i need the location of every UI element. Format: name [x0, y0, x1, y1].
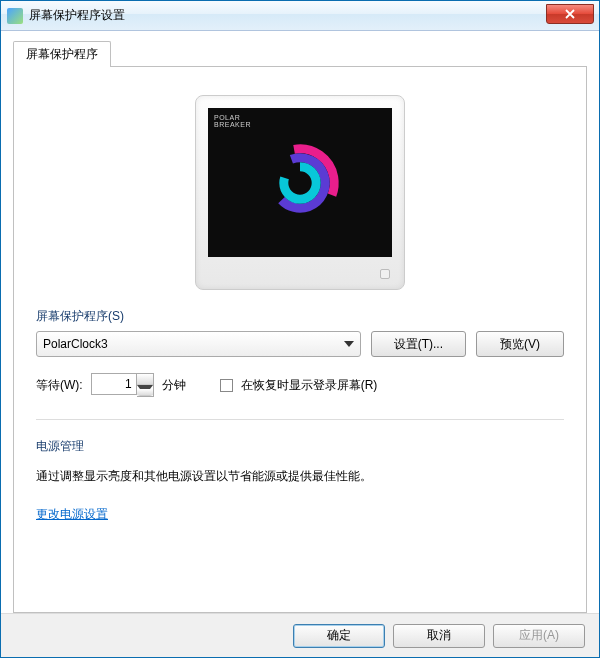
client-area: 屏幕保护程序 POLAR BREAKER 屏幕保护程 — [1, 31, 599, 613]
tab-screensaver[interactable]: 屏幕保护程序 — [13, 41, 111, 67]
wait-unit: 分钟 — [162, 377, 186, 394]
wait-spinner — [91, 373, 154, 397]
svg-point-2 — [284, 166, 316, 198]
apply-button[interactable]: 应用(A) — [493, 624, 585, 648]
tab-label: 屏幕保护程序 — [26, 47, 98, 61]
preview-area: POLAR BREAKER — [36, 95, 564, 290]
dialog-button-bar: 确定 取消 应用(A) — [1, 613, 599, 657]
ok-button[interactable]: 确定 — [293, 624, 385, 648]
ok-button-label: 确定 — [327, 627, 351, 644]
preview-screen: POLAR BREAKER — [208, 108, 392, 257]
screensaver-row: PolarClock3 设置(T)... 预览(V) — [36, 331, 564, 357]
cancel-button[interactable]: 取消 — [393, 624, 485, 648]
dropdown-value: PolarClock3 — [43, 337, 108, 351]
settings-button-label: 设置(T)... — [394, 336, 443, 353]
triangle-down-icon — [137, 385, 153, 396]
power-settings-link[interactable]: 更改电源设置 — [36, 507, 108, 521]
wait-label: 等待(W): — [36, 377, 83, 394]
monitor-frame: POLAR BREAKER — [195, 95, 405, 290]
close-icon — [565, 9, 575, 19]
screensaver-label: 屏幕保护程序(S) — [36, 308, 564, 325]
preview-brand-text: POLAR BREAKER — [214, 114, 251, 128]
triangle-up-icon — [137, 374, 153, 385]
power-description: 通过调整显示亮度和其他电源设置以节省能源或提供最佳性能。 — [36, 467, 564, 486]
app-icon — [7, 8, 23, 24]
divider — [36, 419, 564, 420]
close-button[interactable] — [546, 4, 594, 24]
spinner-buttons — [137, 373, 154, 397]
resume-checkbox[interactable] — [220, 379, 233, 392]
power-title: 电源管理 — [36, 438, 564, 455]
spin-down-button[interactable] — [137, 385, 153, 396]
polar-clock-icon — [255, 138, 345, 228]
screensaver-dropdown[interactable]: PolarClock3 — [36, 331, 361, 357]
titlebar: 屏幕保护程序设置 — [1, 1, 599, 31]
monitor-power-icon — [380, 269, 390, 279]
preview-button[interactable]: 预览(V) — [476, 331, 564, 357]
preview-button-label: 预览(V) — [500, 336, 540, 353]
settings-button[interactable]: 设置(T)... — [371, 331, 466, 357]
spin-up-button[interactable] — [137, 374, 153, 385]
wait-row: 等待(W): 分钟 在恢复时显示登录屏幕(R) — [36, 373, 564, 397]
tab-panel: POLAR BREAKER 屏幕保护程序(S) PolarClock3 — [13, 67, 587, 613]
tab-strip: 屏幕保护程序 — [13, 41, 587, 67]
dialog-window: 屏幕保护程序设置 屏幕保护程序 POLAR BREAKER — [0, 0, 600, 658]
window-title: 屏幕保护程序设置 — [29, 7, 125, 24]
chevron-down-icon — [344, 341, 354, 347]
cancel-button-label: 取消 — [427, 627, 451, 644]
power-group: 电源管理 通过调整显示亮度和其他电源设置以节省能源或提供最佳性能。 更改电源设置 — [36, 438, 564, 523]
apply-button-label: 应用(A) — [519, 627, 559, 644]
resume-label: 在恢复时显示登录屏幕(R) — [241, 377, 378, 394]
wait-input[interactable] — [91, 373, 137, 395]
